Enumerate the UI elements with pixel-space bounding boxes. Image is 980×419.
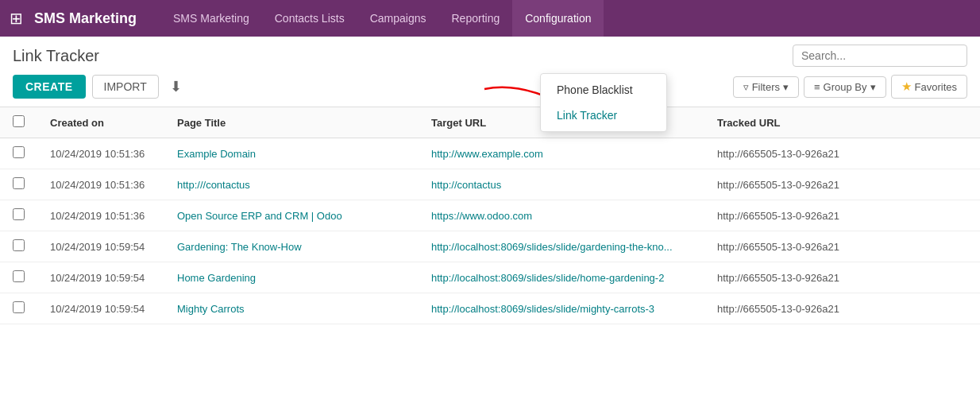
list-icon: ≡ [814, 81, 820, 93]
nav-item-configuration[interactable]: Configuration [512, 0, 604, 37]
row-tracked-url: http://665505-13-0-926a21 [704, 262, 980, 293]
row-checkbox-cell [0, 138, 37, 169]
filters-button[interactable]: ▿ Filters ▾ [733, 76, 799, 98]
subheader: Link Tracker [0, 37, 980, 67]
row-created-on: 10/24/2019 10:51:36 [37, 200, 164, 231]
filters-label: Filters [752, 81, 780, 93]
table-row: 10/24/2019 10:59:54 Mighty Carrots http:… [0, 293, 980, 324]
row-target-url[interactable]: http://localhost:8069/slides/slide/home-… [419, 262, 704, 293]
table-row: 10/24/2019 10:59:54 Gardening: The Know-… [0, 231, 980, 262]
row-page-title[interactable]: Gardening: The Know-How [164, 231, 419, 262]
download-button[interactable]: ⬇ [165, 75, 187, 99]
select-all-checkbox[interactable] [13, 115, 25, 127]
row-checkbox-4[interactable] [13, 270, 25, 282]
row-created-on: 10/24/2019 10:59:54 [37, 262, 164, 293]
row-target-url[interactable]: http://contactus [419, 169, 704, 200]
table-row: 10/24/2019 10:51:36 http:///contactus ht… [0, 169, 980, 200]
row-tracked-url: http://665505-13-0-926a21 [704, 138, 980, 169]
download-icon: ⬇ [170, 79, 182, 95]
row-page-title[interactable]: Mighty Carrots [164, 293, 419, 324]
filter-icon: ▿ [743, 81, 749, 93]
row-page-title[interactable]: http:///contactus [164, 169, 419, 200]
favorites-label: Favorites [915, 81, 957, 93]
row-checkbox-cell [0, 262, 37, 293]
favorites-button[interactable]: ★ Favorites [891, 75, 967, 99]
top-navigation: ⊞ SMS Marketing SMS Marketing Contacts L… [0, 0, 980, 37]
row-tracked-url: http://665505-13-0-926a21 [704, 200, 980, 231]
row-page-title[interactable]: Open Source ERP and CRM | Odoo [164, 200, 419, 231]
row-checkbox-2[interactable] [13, 208, 25, 220]
grid-icon[interactable]: ⊞ [10, 9, 23, 28]
row-checkbox-5[interactable] [13, 301, 25, 313]
link-tracker-table: Created on Page Title Target URL Tracked… [0, 107, 980, 324]
nav-item-contacts-lists[interactable]: Contacts Lists [262, 0, 357, 37]
groupby-label: Group By [824, 81, 867, 93]
app-brand: SMS Marketing [34, 10, 137, 27]
row-created-on: 10/24/2019 10:59:54 [37, 231, 164, 262]
toolbar: CREATE IMPORT ⬇ ▿ Filters ▾ ≡ Group By ▾… [0, 67, 980, 107]
row-checkbox-cell [0, 200, 37, 231]
row-checkbox-3[interactable] [13, 239, 25, 251]
table-header-row: Created on Page Title Target URL Tracked… [0, 107, 980, 138]
row-created-on: 10/24/2019 10:59:54 [37, 293, 164, 324]
nav-menu: SMS Marketing Contacts Lists Campaigns R… [160, 0, 970, 37]
nav-item-campaigns[interactable]: Campaigns [357, 0, 439, 37]
groupby-button[interactable]: ≡ Group By ▾ [804, 76, 886, 98]
create-button[interactable]: CREATE [13, 75, 86, 99]
row-checkbox-cell [0, 169, 37, 200]
row-checkbox-cell [0, 231, 37, 262]
row-checkbox-cell [0, 293, 37, 324]
row-target-url[interactable]: http://localhost:8069/slides/slide/garde… [419, 231, 704, 262]
page-title: Link Tracker [13, 47, 99, 65]
header-target-url[interactable]: Target URL [419, 107, 704, 138]
header-checkbox-cell [0, 107, 37, 138]
header-page-title[interactable]: Page Title [164, 107, 419, 138]
table-row: 10/24/2019 10:51:36 Open Source ERP and … [0, 200, 980, 231]
row-tracked-url: http://665505-13-0-926a21 [704, 293, 980, 324]
row-checkbox-1[interactable] [13, 177, 25, 189]
nav-item-reporting[interactable]: Reporting [439, 0, 513, 37]
row-page-title[interactable]: Home Gardening [164, 262, 419, 293]
header-tracked-url[interactable]: Tracked URL [704, 107, 980, 138]
row-target-url[interactable]: http://www.example.com [419, 138, 704, 169]
row-target-url[interactable]: http://localhost:8069/slides/slide/might… [419, 293, 704, 324]
row-tracked-url: http://665505-13-0-926a21 [704, 169, 980, 200]
table-row: 10/24/2019 10:51:36 Example Domain http:… [0, 138, 980, 169]
page-wrapper: Link Tracker CREATE IMPORT ⬇ ▿ Filters ▾… [0, 37, 980, 324]
nav-item-sms-marketing[interactable]: SMS Marketing [160, 0, 262, 37]
star-icon: ★ [901, 80, 912, 94]
row-target-url[interactable]: https://www.odoo.com [419, 200, 704, 231]
table-row: 10/24/2019 10:59:54 Home Gardening http:… [0, 262, 980, 293]
row-created-on: 10/24/2019 10:51:36 [37, 138, 164, 169]
row-created-on: 10/24/2019 10:51:36 [37, 169, 164, 200]
search-input[interactable] [793, 45, 967, 67]
header-created-on[interactable]: Created on [37, 107, 164, 138]
chevron-down-icon: ▾ [783, 81, 789, 93]
import-button[interactable]: IMPORT [92, 75, 159, 99]
row-checkbox-0[interactable] [13, 146, 25, 158]
row-page-title[interactable]: Example Domain [164, 138, 419, 169]
row-tracked-url: http://665505-13-0-926a21 [704, 231, 980, 262]
filter-area: ▿ Filters ▾ ≡ Group By ▾ ★ Favorites [733, 75, 967, 99]
chevron-down-icon-2: ▾ [870, 81, 876, 93]
